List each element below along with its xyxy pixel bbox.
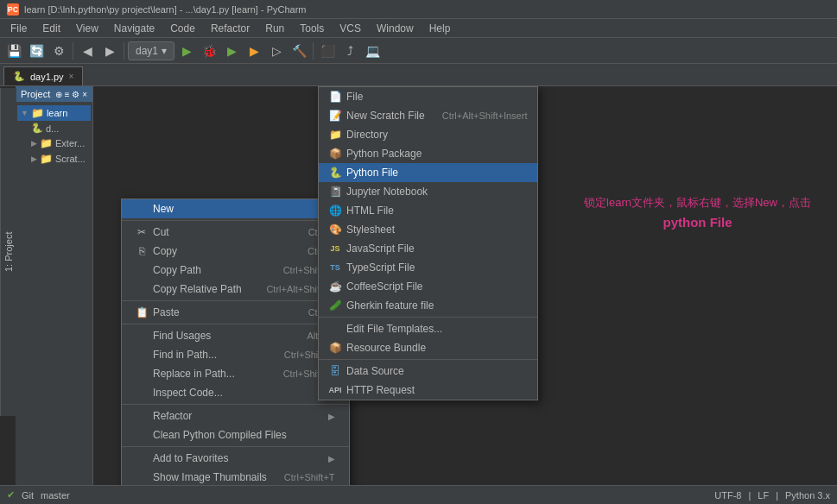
menu-tools[interactable]: Tools <box>293 21 331 36</box>
ctx-find-path[interactable]: Find in Path... Ctrl+Shift+F <box>122 345 349 364</box>
jupyter-icon: 📓 <box>329 186 341 198</box>
ctx-new[interactable]: New ▶ <box>122 199 349 218</box>
sub-python-package[interactable]: 📦 Python Package <box>319 144 537 163</box>
profile-button[interactable]: ▶ <box>244 41 264 61</box>
ctx-paste[interactable]: 📋 Paste Ctrl+V <box>122 303 349 322</box>
menu-code[interactable]: Code <box>163 21 202 36</box>
tree-item-learn[interactable]: ▼ 📁 learn <box>17 105 91 121</box>
folder-icon-scratch: 📁 <box>40 153 53 165</box>
pyfile-icon: 🐍 <box>329 167 341 179</box>
sub-http[interactable]: API HTTP Request <box>319 381 537 400</box>
run-button[interactable]: ▶ <box>176 41 197 61</box>
menu-view[interactable]: View <box>69 21 105 36</box>
ctx-thumbnails-label: Show Image Thumbnails <box>153 471 267 483</box>
ctx-sep2 <box>122 324 349 324</box>
tab-day1[interactable]: 🐍 day1.py × <box>3 66 83 85</box>
menu-refactor[interactable]: Refactor <box>204 21 257 36</box>
sub-js[interactable]: JS JavaScript File <box>319 239 537 258</box>
menu-edit[interactable]: Edit <box>35 21 67 36</box>
ctx-refactor-arrow: ▶ <box>328 412 335 421</box>
tree-arrow-scratch: ▶ <box>31 154 37 163</box>
stop-button[interactable]: ⬛ <box>317 41 338 61</box>
find-path-icon <box>136 349 148 361</box>
status-line-ending[interactable]: LF <box>758 490 769 501</box>
sub-gherkin-label: Gherkin feature file <box>346 299 434 312</box>
menu-help[interactable]: Help <box>422 21 458 36</box>
ctx-refactor[interactable]: Refactor ▶ <box>122 406 349 425</box>
menu-file[interactable]: File <box>3 21 34 36</box>
ctx-clean[interactable]: Clean Python Compiled Files <box>122 425 349 444</box>
menu-run[interactable]: Run <box>258 21 291 36</box>
ctx-add-favs-arrow: ▶ <box>328 454 335 463</box>
dir-icon: 📁 <box>329 129 341 141</box>
sub-resource-label: Resource Bundle <box>346 342 426 354</box>
main-area: 1: Project Project ⊕ ≡ ⚙ × ▼ 📁 learn 🐍 d… <box>0 86 837 485</box>
sub-datasrc-label: Data Source <box>346 365 404 377</box>
sub-html[interactable]: 🌐 HTML File <box>319 201 537 220</box>
ctx-sep0 <box>122 220 349 221</box>
menu-window[interactable]: Window <box>370 21 421 36</box>
sub-file-label: File <box>346 91 363 103</box>
sub-css[interactable]: 🎨 Stylesheet <box>319 220 537 239</box>
ctx-new-label: New <box>153 203 174 215</box>
status-git[interactable]: Git <box>22 490 34 501</box>
tree-label-day1: d... <box>46 123 59 134</box>
toolbar-settings-btn[interactable]: ⚙ <box>48 41 69 61</box>
tab-close-icon[interactable]: × <box>69 72 74 81</box>
ctx-find-usages[interactable]: Find Usages Alt+F7 <box>122 326 349 345</box>
sub-scratch-shortcut: Ctrl+Alt+Shift+Insert <box>442 110 528 121</box>
sub-resource[interactable]: 📦 Resource Bundle <box>319 338 537 357</box>
tree-item-external[interactable]: ▶ 📁 Exter... <box>17 135 91 151</box>
ctx-copy-path[interactable]: Copy Path Ctrl+Shift+C <box>122 261 349 280</box>
ctx-paste-label: Paste <box>153 306 180 318</box>
ctx-copy[interactable]: ⎘ Copy Ctrl+C <box>122 242 349 261</box>
toolbar-forward-btn[interactable]: ▶ <box>99 41 120 61</box>
sidebar-panel-label[interactable]: 1: Project <box>0 88 16 416</box>
sub-jupyter[interactable]: 📓 Jupyter Notebook <box>319 182 537 201</box>
sub-gherkin[interactable]: 🥒 Gherkin feature file <box>319 296 537 315</box>
ctx-replace-path[interactable]: Replace in Path... Ctrl+Shift+R <box>122 364 349 383</box>
ctx-cut[interactable]: ✂ Cut Ctrl+X <box>122 223 349 242</box>
ctx-copy-relative-label: Copy Relative Path <box>153 283 242 295</box>
new-submenu: 📄 File 📝 New Scratch File Ctrl+Alt+Shift… <box>318 86 538 400</box>
sub-coffee[interactable]: ☕ CoffeeScript File <box>319 277 537 296</box>
coffee-icon: ☕ <box>329 280 341 293</box>
toolbar-save-btn[interactable]: 💾 <box>3 41 24 61</box>
menu-vcs[interactable]: VCS <box>333 21 368 36</box>
toolbar: 💾 🔄 ⚙ ◀ ▶ day1 ▾ ▶ 🐞 ▶ ▶ ▷ 🔨 ⬛ ⤴ 💻 <box>0 38 837 64</box>
tree-arrow-external: ▶ <box>31 139 37 148</box>
sub-jupyter-label: Jupyter Notebook <box>346 186 428 198</box>
terminal-button[interactable]: 💻 <box>362 41 383 61</box>
sub-scratch[interactable]: 📝 New Scratch File Ctrl+Alt+Shift+Insert <box>319 106 537 125</box>
build-button[interactable]: 🔨 <box>289 41 309 61</box>
refactor-icon <box>136 410 148 422</box>
context-menu: New ▶ ✂ Cut Ctrl+X ⎘ Copy <box>121 198 350 485</box>
sub-python-file[interactable]: 🐍 Python File <box>319 163 537 182</box>
sub-edit-templates[interactable]: Edit File Templates... <box>319 319 537 338</box>
tree-item-scratch[interactable]: ▶ 📁 Scrat... <box>17 151 91 167</box>
toolbar-back-btn[interactable]: ◀ <box>77 41 98 61</box>
sub-file[interactable]: 📄 File <box>319 87 537 106</box>
ctx-inspect[interactable]: Inspect Code... <box>122 383 349 402</box>
project-panel: Project ⊕ ≡ ⚙ × ▼ 📁 learn 🐍 d... ▶ 📁 Ext… <box>16 86 93 485</box>
css-icon: 🎨 <box>329 224 341 236</box>
toolbar-sync-btn[interactable]: 🔄 <box>26 41 47 61</box>
folder-icon-learn: 📁 <box>31 107 44 119</box>
debug-button[interactable]: 🐞 <box>199 41 219 61</box>
status-text: ✔ <box>7 489 15 501</box>
sub-directory[interactable]: 📁 Directory <box>319 125 537 144</box>
tree-item-day1[interactable]: 🐍 d... <box>17 121 91 135</box>
ctx-show-thumbnails[interactable]: Show Image Thumbnails Ctrl+Shift+T <box>122 468 349 485</box>
menu-navigate[interactable]: Navigate <box>107 21 162 36</box>
coverage-button[interactable]: ▶ <box>221 41 242 61</box>
status-branch[interactable]: master <box>41 490 70 501</box>
status-encoding[interactable]: UTF-8 <box>714 490 741 501</box>
concurrency-button[interactable]: ▷ <box>266 41 287 61</box>
ctx-add-favs[interactable]: Add to Favorites ▶ <box>122 449 349 468</box>
run-config-dropdown[interactable]: day1 ▾ <box>128 41 174 60</box>
ctx-copy-relative[interactable]: Copy Relative Path Ctrl+Alt+Shift+C <box>122 280 349 299</box>
status-python[interactable]: Python 3.x <box>785 490 830 501</box>
sub-datasource[interactable]: 🗄 Data Source <box>319 362 537 381</box>
sub-ts[interactable]: TS TypeScript File <box>319 258 537 277</box>
vcs-button[interactable]: ⤴ <box>339 41 360 61</box>
